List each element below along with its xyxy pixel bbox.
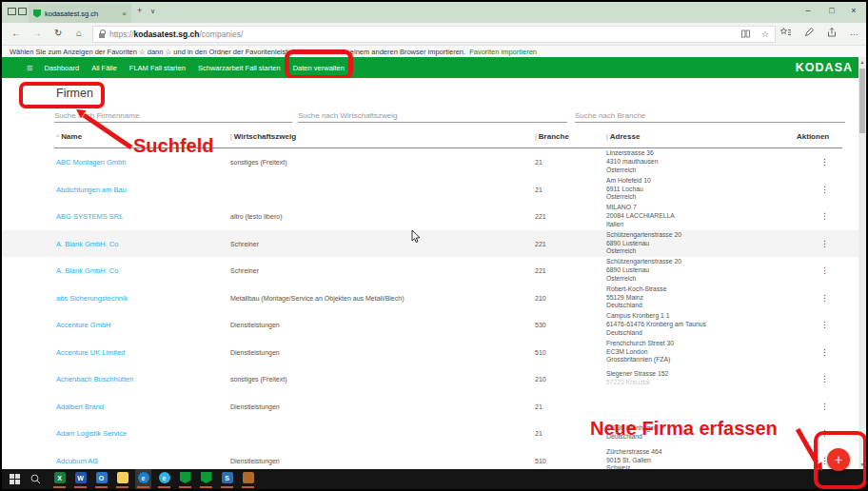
company-link[interactable]: A. Blank GmbH. Co [56, 266, 118, 275]
search-placeholder: Suche nach Wirtschaftszweig [298, 111, 398, 120]
row-actions-menu-icon[interactable]: ⋮ [820, 265, 829, 275]
table-row[interactable]: A. Blank GmbH. CoSchreiner221Schützengar… [2, 257, 866, 285]
taskbar-running-indicator [200, 486, 212, 488]
share-icon[interactable] [827, 28, 837, 37]
table-row[interactable]: A. Blank GmbH. CoSchreiner221Schützengar… [2, 230, 866, 258]
row-actions-menu-icon[interactable]: ⋮ [820, 428, 829, 438]
company-link[interactable]: A. Blank GmbH. Co [56, 239, 118, 247]
table-row[interactable]: ABG SYSTEMS SRLaltro (testo libero)221MI… [2, 203, 866, 230]
browser-tab[interactable]: kodasatest.sg.ch × [29, 4, 131, 23]
taskbar-excel-icon[interactable]: X [51, 469, 68, 489]
nav-item-all-f-lle[interactable]: All Fälle [91, 64, 117, 72]
row-actions-menu-icon[interactable]: ⋮ [820, 320, 829, 329]
column-header-branche[interactable]: |Branche [535, 132, 569, 141]
row-actions-menu-icon[interactable]: ⋮ [820, 374, 829, 383]
address-value: Linzerstrasse 364310 mauthausenÖsterreic… [606, 149, 658, 174]
forward-icon[interactable]: → [32, 28, 42, 38]
taskbar-file-explorer-icon[interactable] [114, 469, 130, 489]
taskbar-edge-icon[interactable]: e [135, 469, 151, 489]
taskbar-shield-app-icon[interactable] [177, 469, 193, 489]
blue-app-icon: S [222, 472, 233, 483]
taskbar-running-indicator [74, 486, 87, 488]
company-link[interactable]: ABC Montagen Gmbh [56, 158, 126, 167]
window-minimize-button[interactable]: – [798, 6, 819, 15]
row-actions-menu-icon[interactable]: ⋮ [820, 211, 829, 221]
page-scrollbar[interactable]: ▲ ▼ [858, 57, 866, 469]
back-icon[interactable]: ← [11, 28, 21, 38]
row-actions-menu-icon[interactable]: ⋮ [820, 402, 829, 411]
table-row[interactable]: abs SicherungstechnikMetallbau (Montage/… [2, 285, 866, 312]
start-button-icon[interactable] [10, 474, 20, 484]
taskbar-blue-app-icon[interactable]: S [219, 469, 235, 489]
company-link[interactable]: Achenbach Buschhütten [56, 375, 133, 383]
scrollbar-thumb[interactable] [859, 69, 865, 133]
add-company-fab[interactable]: + [827, 448, 850, 471]
shield-app-icon [180, 472, 191, 483]
company-link[interactable]: abs Sicherungstechnik [56, 293, 128, 302]
home-icon[interactable]: ⌂ [76, 28, 82, 38]
reading-view-icon[interactable] [741, 29, 750, 38]
import-favorites-link[interactable]: Favoriten importieren [469, 48, 537, 56]
address-value: Siegener Strasse 15257223 Kreuztal [606, 370, 668, 387]
nav-item-flam-fall-starten[interactable]: FLAM Fall starten [129, 64, 186, 72]
table-row[interactable]: ABC Montagen Gmbhsonstiges (Freitext)21L… [2, 148, 866, 176]
company-link[interactable]: Accenture UK Limited [56, 347, 126, 356]
search-placeholder: Suche nach Firmenname [54, 111, 139, 120]
set-aside-tabs-icon[interactable] [8, 8, 16, 15]
table-row[interactable]: Adam Logistik Service2129336 NienhagenDe… [2, 420, 866, 447]
row-actions-menu-icon[interactable]: ⋮ [820, 157, 829, 167]
company-link[interactable]: Accenture GmbH [56, 321, 111, 329]
branche-value: 21 [535, 403, 542, 409]
browser-window: kodasatest.sg.ch × + ∨ – □ × ← → ↻ ⌂ htt… [0, 0, 868, 491]
table-row[interactable]: Accenture UK LimitedDienstleistungen510F… [2, 339, 866, 366]
column-header-wirtschaftszweig[interactable]: |Wirtschaftszweig [230, 132, 296, 141]
taskbar-search-icon[interactable] [30, 474, 41, 484]
window-close-button[interactable]: × [843, 6, 864, 15]
company-link[interactable]: Adam Logistik Service [56, 429, 127, 438]
search-input-branche[interactable]: Suche nach Branche [575, 105, 845, 123]
row-actions-menu-icon[interactable]: ⋮ [820, 347, 829, 357]
taskbar-outlook-icon[interactable]: O [93, 469, 109, 489]
company-link[interactable]: Abdichtungen am Bau [56, 185, 127, 193]
refresh-icon[interactable]: ↻ [54, 28, 62, 38]
nav-item-daten-verwalten[interactable]: Daten verwalten [293, 64, 345, 72]
taskbar-internet-explorer-icon[interactable]: e [156, 469, 172, 489]
tab-close-icon[interactable]: × [122, 10, 127, 18]
more-menu-icon[interactable]: … [850, 28, 858, 37]
column-header-adresse[interactable]: |Adresse [606, 132, 640, 141]
table-row[interactable]: Abdichtungen am Bau21Am Hofefeld 106911 … [2, 176, 866, 204]
taskbar-shield-app-icon-2[interactable] [198, 469, 214, 489]
address-value: Robert-Koch-Strasse55129 MainzDeutschlan… [606, 285, 666, 310]
search-input-firmenname[interactable]: Suche nach Firmenname [54, 105, 292, 123]
taskbar-word-icon[interactable]: W [72, 469, 89, 489]
taskbar-running-indicator [158, 486, 170, 488]
table-row[interactable]: Achenbach Buschhüttensonstiges (Freitext… [2, 365, 866, 393]
search-input-wirtschaftszweig[interactable]: Suche nach Wirtschaftszweig [298, 105, 567, 123]
table-row[interactable]: Adalbert BrandDienstleistungen21⋮ [2, 393, 866, 421]
column-header-name[interactable]: ^Name [56, 132, 82, 141]
address-value: MILANO 720084 LACCHIARELLAItalien [606, 204, 675, 228]
annotate-pen-icon[interactable] [804, 28, 814, 37]
favorite-star-icon[interactable]: ☆ [761, 29, 769, 39]
company-link[interactable]: Adcubum AG [56, 456, 98, 464]
company-link[interactable]: ABG SYSTEMS SRL [56, 212, 123, 221]
window-maximize-button[interactable]: □ [821, 6, 842, 15]
tab-preview-icon[interactable] [18, 8, 27, 15]
tab-list-chevron-icon[interactable]: ∨ [150, 8, 155, 15]
outlook-icon: O [96, 472, 108, 483]
row-actions-menu-icon[interactable]: ⋮ [820, 239, 829, 248]
nav-item-dashboard[interactable]: Dashboard [44, 64, 79, 72]
hamburger-menu-icon[interactable]: ≡ [27, 62, 32, 73]
taskbar-misc-app-icon[interactable] [240, 469, 256, 489]
nav-item-schwarzarbeit-fall-starten[interactable]: Schwarzarbeit Fall starten [198, 64, 281, 72]
scroll-down-icon[interactable]: ▼ [858, 462, 866, 467]
row-actions-menu-icon[interactable]: ⋮ [820, 185, 829, 194]
new-tab-button[interactable]: + [137, 6, 142, 15]
scroll-up-icon[interactable]: ▲ [858, 59, 866, 65]
url-input[interactable]: https://kodasatest.sg.ch/companies/ ☆ [92, 26, 776, 43]
table-row[interactable]: Accenture GmbHDienstleistungen530Campus … [2, 311, 866, 339]
lock-icon [99, 33, 105, 38]
row-actions-menu-icon[interactable]: ⋮ [820, 293, 829, 303]
company-link[interactable]: Adalbert Brand [56, 402, 104, 410]
favorites-hub-icon[interactable] [780, 28, 791, 37]
